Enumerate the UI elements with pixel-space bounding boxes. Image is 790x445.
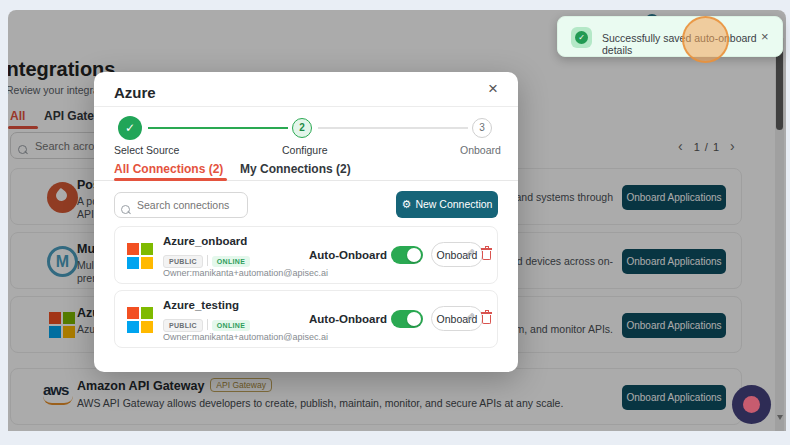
connection-owner: Owner:manikanta+automation@apisec.ai: [163, 268, 328, 278]
modal-title: Azure: [114, 84, 156, 101]
screen: Mani Automation Integrations Review your…: [0, 0, 790, 445]
step-label-onboard: Onboard: [460, 144, 501, 156]
public-badge: PUBLIC: [163, 319, 203, 332]
connection-name: Azure_testing: [163, 299, 239, 311]
microsoft-logo-icon: [127, 243, 154, 270]
tab-all-connections[interactable]: All Connections (2): [114, 162, 223, 176]
connection-row: Azure_onboard PUBLICONLINE Owner:manikan…: [114, 226, 498, 284]
connection-name: Azure_onboard: [163, 235, 247, 247]
connection-row: Azure_testing PUBLICONLINE Owner:manikan…: [114, 290, 498, 348]
new-connection-button[interactable]: ⚙New Connection: [396, 191, 498, 218]
connection-owner: Owner:manikanta+automation@apisec.ai: [163, 332, 328, 342]
auto-onboard-label: Auto-Onboard: [309, 313, 387, 325]
toast-success: ✓ Successfully saved auto-onboard detail…: [557, 16, 783, 57]
auto-onboard-toggle[interactable]: [391, 246, 423, 264]
azure-modal: Azure × ✓ 2 3 Select Source Configure On…: [94, 72, 518, 372]
auto-onboard-toggle[interactable]: [391, 310, 423, 328]
public-badge: PUBLIC: [163, 255, 203, 268]
click-highlight-annotation: [682, 16, 729, 63]
search-connections-input[interactable]: [114, 192, 248, 218]
tab-active-underline: [114, 178, 227, 181]
step-connector: [318, 127, 468, 129]
page-bottom-strip: [0, 431, 790, 445]
step-2-circle: 2: [292, 118, 312, 138]
online-badge: ONLINE: [212, 320, 250, 331]
floating-record-button[interactable]: [732, 385, 771, 424]
step-label-configure: Configure: [282, 144, 328, 156]
online-badge: ONLINE: [212, 256, 250, 267]
step-3-circle: 3: [472, 118, 492, 138]
onboard-button[interactable]: Onboard: [431, 306, 483, 331]
success-check-icon: ✓: [571, 27, 592, 48]
microsoft-logo-icon: [127, 307, 154, 334]
gear-icon: ⚙: [402, 198, 412, 210]
onboard-button[interactable]: Onboard: [431, 242, 483, 267]
step-done-check-icon: ✓: [118, 116, 142, 140]
step-label-select-source: Select Source: [114, 144, 179, 156]
divider: [94, 106, 518, 107]
step-connector: [148, 127, 288, 129]
delete-trash-icon[interactable]: [481, 311, 493, 325]
edit-pencil-icon[interactable]: ✎: [465, 247, 475, 261]
record-dot-icon: [743, 396, 760, 413]
search-icon: [121, 205, 130, 214]
delete-trash-icon[interactable]: [481, 247, 493, 261]
toast-close-icon[interactable]: ×: [761, 29, 769, 44]
close-icon[interactable]: ×: [488, 79, 498, 99]
auto-onboard-label: Auto-Onboard: [309, 249, 387, 261]
tab-my-connections[interactable]: My Connections (2): [240, 162, 351, 176]
edit-pencil-icon[interactable]: ✎: [465, 311, 475, 325]
